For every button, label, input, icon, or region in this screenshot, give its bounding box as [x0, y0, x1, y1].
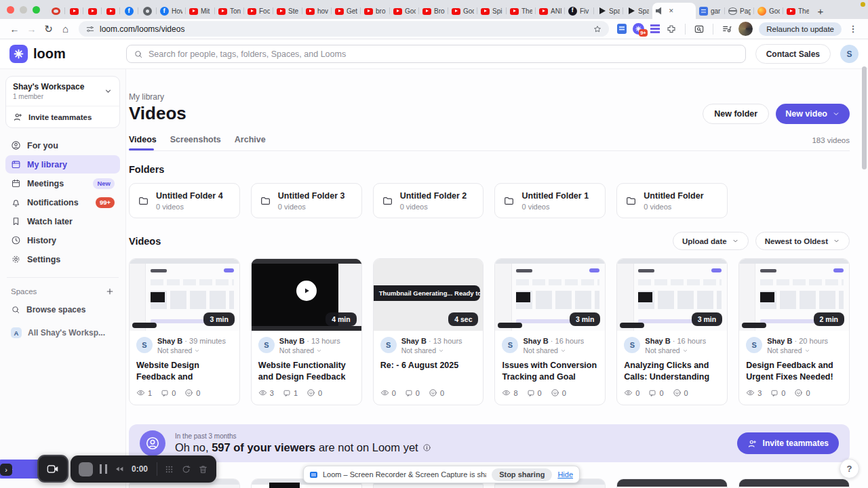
- video-title[interactable]: Analyzing Clicks and Calls: Understandin…: [624, 360, 720, 383]
- browser-tab[interactable]: gar ✕: [696, 3, 725, 19]
- video-title[interactable]: Design Feedback and Urgent Fixes Needed!…: [746, 360, 842, 383]
- video-card[interactable]: 3 min S Shay B39 minutes Not shared: [129, 258, 240, 405]
- browser-tab[interactable]: Ste ✕: [273, 3, 302, 19]
- share-status-dropdown[interactable]: Not shared: [767, 346, 828, 354]
- video-thumbnail[interactable]: 2 min: [739, 259, 849, 331]
- video-title[interactable]: Issues with Conversion Tracking and Goal…: [502, 360, 598, 383]
- widget-collapse-handle[interactable]: [0, 464, 12, 476]
- share-status-dropdown[interactable]: Not shared: [401, 346, 462, 354]
- browser-tab[interactable]: Goo ✕: [448, 3, 477, 19]
- new-tab-button[interactable]: [812, 3, 829, 19]
- video-card[interactable]: 2 min S Shay B20 hours Not shared: [738, 258, 850, 405]
- video-card-partial[interactable]: [738, 479, 850, 488]
- camera-toggle-button[interactable]: [37, 455, 68, 483]
- browser-tab[interactable]: The ✕: [507, 3, 536, 19]
- browser-tab[interactable]: Foc ✕: [244, 3, 273, 19]
- folder-card[interactable]: Untitled Folder 3 0 videos: [251, 183, 362, 218]
- help-button[interactable]: ?: [840, 459, 859, 479]
- window-controls[interactable]: [4, 0, 47, 19]
- reload-icon[interactable]: [41, 21, 56, 37]
- search-bar[interactable]: [126, 45, 746, 63]
- rewind-icon[interactable]: [114, 464, 125, 474]
- browser-menu-icon[interactable]: [848, 24, 859, 34]
- forward-icon[interactable]: [24, 21, 39, 37]
- browser-tab[interactable]: ✕: [120, 3, 138, 19]
- info-icon[interactable]: [422, 443, 431, 452]
- relaunch-button[interactable]: Relaunch to update: [759, 22, 842, 36]
- browser-tab[interactable]: Goo ✕: [754, 3, 783, 19]
- invite-teammates-link[interactable]: Invite teammates: [6, 106, 119, 127]
- contact-sales-button[interactable]: Contact Sales: [755, 44, 831, 64]
- browser-tab[interactable]: The ✕: [783, 3, 812, 19]
- search-input[interactable]: [149, 49, 738, 59]
- browser-tab[interactable]: bro ✕: [361, 3, 390, 19]
- video-title[interactable]: Website Design Feedback and Suggestions …: [136, 360, 233, 383]
- sidebar-item[interactable]: Meetings New: [5, 174, 120, 192]
- folder-card[interactable]: Untitled Folder 4 0 videos: [129, 183, 240, 218]
- browser-tab[interactable]: Fiv ✕: [565, 3, 594, 19]
- zoom-window-button[interactable]: [33, 6, 40, 14]
- video-thumbnail[interactable]: Thumbnail Generating... Ready to Play 4 …: [374, 259, 484, 331]
- minimize-window-button[interactable]: [20, 6, 27, 14]
- sort-field-dropdown[interactable]: Upload date: [673, 232, 749, 250]
- video-card[interactable]: 3 min S Shay B16 hours Not shared: [494, 258, 606, 405]
- share-status-dropdown[interactable]: Not shared: [279, 346, 340, 354]
- lines-extension-icon[interactable]: [650, 24, 660, 33]
- video-thumbnail[interactable]: 3 min: [617, 259, 727, 331]
- browser-tab[interactable]: ✕: [138, 3, 157, 19]
- video-title[interactable]: Website Functionality and Design Feedbac…: [258, 360, 355, 383]
- new-folder-button[interactable]: New folder: [703, 104, 769, 124]
- video-card[interactable]: Thumbnail Generating... Ready to Play 4 …: [373, 258, 484, 405]
- video-card[interactable]: 4 min S Shay B13 hours Not shared: [251, 258, 362, 405]
- stop-sharing-button[interactable]: Stop sharing: [492, 468, 552, 481]
- browser-tab[interactable]: Pag ✕: [725, 3, 754, 19]
- browser-tab[interactable]: ✕: [47, 3, 65, 19]
- hide-share-bar-link[interactable]: Hide: [557, 470, 573, 479]
- browser-tab[interactable]: ✕: [65, 3, 83, 19]
- loom-logo[interactable]: loom: [9, 45, 117, 63]
- folder-card[interactable]: Untitled Folder 1 0 videos: [494, 183, 606, 218]
- browser-tab[interactable]: Goc ✕: [390, 3, 419, 19]
- sidebar-item[interactable]: History: [5, 231, 120, 249]
- sidebar-item[interactable]: Settings: [5, 250, 120, 268]
- video-card-partial[interactable]: [616, 479, 728, 488]
- media-controls-icon[interactable]: [722, 24, 732, 35]
- home-icon[interactable]: [58, 21, 73, 37]
- url-text[interactable]: loom.com/looms/videos: [100, 24, 588, 34]
- close-window-button[interactable]: [7, 6, 14, 14]
- sidebar-item[interactable]: Watch later: [5, 212, 120, 230]
- folder-card[interactable]: Untitled Folder 0 videos: [616, 183, 728, 218]
- bookmark-star-icon[interactable]: [593, 24, 602, 34]
- add-space-icon[interactable]: [105, 287, 115, 296]
- video-card[interactable]: 3 min S Shay B16 hours Not shared: [616, 258, 728, 405]
- browser-tab[interactable]: Bro ✕: [419, 3, 448, 19]
- browser-tab[interactable]: Spa ✕: [594, 3, 623, 19]
- invite-teammates-button[interactable]: Invite teammates: [737, 432, 839, 454]
- address-bar[interactable]: loom.com/looms/videos: [79, 21, 609, 37]
- back-icon[interactable]: [7, 21, 22, 37]
- loom-extension-icon[interactable]: 9+: [633, 23, 644, 35]
- browser-tab[interactable]: ✕: [83, 3, 102, 19]
- video-thumbnail[interactable]: 4 min: [252, 259, 361, 331]
- site-info-icon[interactable]: [85, 24, 95, 34]
- library-tab[interactable]: Archive: [235, 135, 266, 150]
- new-video-button[interactable]: New video: [776, 104, 850, 124]
- user-avatar[interactable]: S: [840, 45, 859, 63]
- browser-tab[interactable]: Hov ✕: [157, 3, 186, 19]
- library-tab[interactable]: Videos: [129, 135, 157, 150]
- tab-close-icon[interactable]: ✕: [667, 7, 675, 14]
- extensions-puzzle-icon[interactable]: [666, 24, 677, 35]
- sort-order-dropdown[interactable]: Newest to Oldest: [755, 232, 850, 250]
- restart-recording-icon[interactable]: [181, 464, 191, 474]
- pause-recording-icon[interactable]: [100, 464, 107, 474]
- play-icon[interactable]: [296, 281, 317, 301]
- sidebar-item[interactable]: My library: [5, 155, 120, 174]
- browser-tab[interactable]: Mit ✕: [186, 3, 215, 19]
- folder-card[interactable]: Untitled Folder 2 0 videos: [373, 183, 484, 218]
- video-thumbnail[interactable]: 3 min: [495, 259, 605, 331]
- browser-tab[interactable]: Spa ✕: [623, 3, 652, 19]
- browser-tab[interactable]: Get ✕: [332, 3, 361, 19]
- browser-tab[interactable]: Ton ✕: [215, 3, 244, 19]
- side-search-icon[interactable]: [694, 24, 705, 35]
- library-tab[interactable]: Screenshots: [170, 135, 221, 150]
